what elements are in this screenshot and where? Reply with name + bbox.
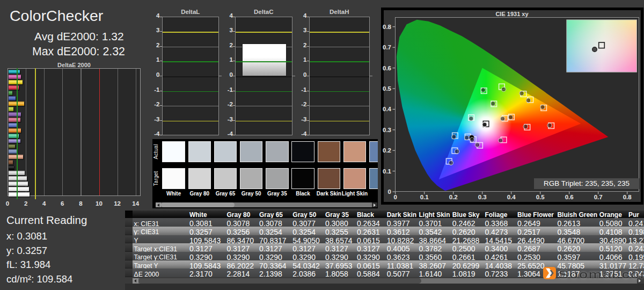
svg-text:0.2: 0.2: [449, 194, 458, 200]
svg-text:0.2: 0.2: [383, 147, 391, 154]
svg-text:0.3: 0.3: [478, 194, 487, 200]
svg-text:0.4: 0.4: [383, 106, 392, 112]
svg-text:0.3: 0.3: [383, 127, 391, 133]
svg-text:0.1: 0.1: [420, 194, 429, 200]
svg-text:0.8: 0.8: [623, 194, 632, 200]
svg-text:0.4: 0.4: [507, 194, 516, 200]
svg-text:0.5: 0.5: [536, 194, 545, 200]
svg-text:0.7: 0.7: [383, 44, 391, 50]
svg-text:0.1: 0.1: [383, 168, 392, 175]
svg-text:0.8: 0.8: [383, 24, 392, 30]
svg-text:0: 0: [393, 194, 397, 200]
svg-text:0.6: 0.6: [565, 194, 574, 200]
svg-text:0.6: 0.6: [383, 65, 391, 71]
svg-text:0: 0: [388, 189, 391, 195]
svg-text:0.7: 0.7: [594, 194, 603, 200]
svg-text:0.5: 0.5: [383, 85, 392, 92]
